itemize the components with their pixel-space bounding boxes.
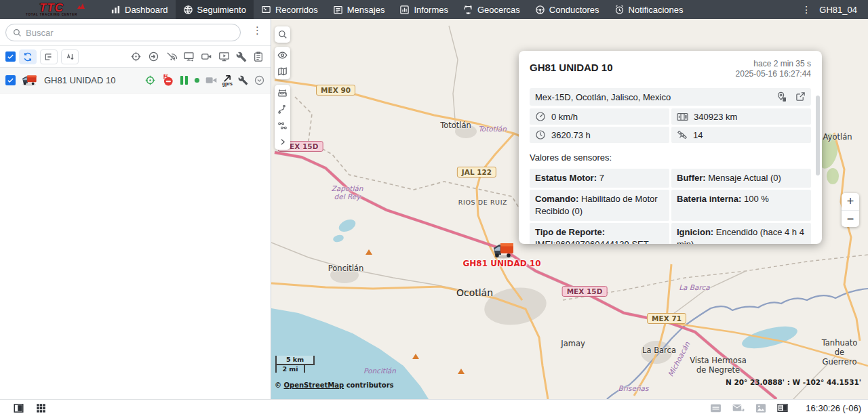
map-clusters-button[interactable] xyxy=(275,117,290,133)
gprs-command-icon[interactable]: gprs xyxy=(222,75,233,86)
unit-info-popup: GH81 UNIDAD 10 hace 2 min 35 s 2025-05-1… xyxy=(519,51,822,244)
route-flag-icon xyxy=(261,5,271,15)
app-logo-subtitle: TOTAL TRACKING CENTER xyxy=(26,13,77,17)
map-search-button[interactable] xyxy=(275,26,290,43)
popup-address-row: Mex-15D, Ocotlán, Jalisco, Mexico xyxy=(530,88,811,106)
toggle-panel-icon[interactable] xyxy=(14,403,24,413)
sort-button[interactable] xyxy=(61,49,79,64)
popup-address: Mex-15D, Ocotlán, Jalisco, Mexico xyxy=(535,92,671,102)
split-panel-icon[interactable] xyxy=(777,403,788,413)
report-icon xyxy=(399,5,410,15)
globe-icon xyxy=(183,5,193,15)
stat-speed: 0 km/h xyxy=(530,108,669,125)
group-view-button[interactable] xyxy=(40,49,58,64)
apps-grid-icon[interactable] xyxy=(36,403,46,413)
unit-marker-label: GH81 UNIDAD 10 xyxy=(462,259,540,268)
parking-status-icon: P xyxy=(161,74,174,87)
media-player-icon[interactable] xyxy=(218,51,230,62)
check-icon xyxy=(7,77,14,84)
unit-settings-icon[interactable] xyxy=(238,75,248,85)
search-input[interactable] xyxy=(26,28,233,38)
mail-send-icon[interactable] xyxy=(732,403,745,413)
sensor-ignicion: IgnicionEncendido (hace 4 h 4 min) xyxy=(671,223,811,244)
select-all-checkbox[interactable] xyxy=(5,51,16,62)
zoom-in-button[interactable]: + xyxy=(842,193,859,210)
tab-geocercas[interactable]: Geocercas xyxy=(456,0,528,19)
copy-location-icon[interactable] xyxy=(776,91,787,102)
map-expand-button[interactable] xyxy=(275,133,290,150)
locate-on-map-icon[interactable] xyxy=(144,75,156,86)
search-icon xyxy=(13,28,22,37)
map-visibility-group xyxy=(275,47,290,79)
wrench-icon[interactable] xyxy=(236,51,247,62)
user-menu[interactable]: GH81_04 xyxy=(815,0,868,19)
zoom-out-button[interactable]: − xyxy=(842,210,859,227)
unit-name: GH81 UNIDAD 10 xyxy=(44,75,115,85)
sort-az-icon xyxy=(65,52,75,62)
clipboard-icon[interactable] xyxy=(253,51,264,62)
map-visibility-button[interactable] xyxy=(275,47,290,63)
tab-dashboard[interactable]: Dashboard xyxy=(103,0,176,19)
no-connection-icon[interactable] xyxy=(165,51,177,62)
top-navigation-bar: TTC TOTAL TRACKING CENTER Dashboard Segu… xyxy=(0,0,868,19)
external-link-icon[interactable] xyxy=(795,91,806,102)
unit-actions-dropdown-icon[interactable] xyxy=(254,75,265,86)
track-units-icon[interactable] xyxy=(130,51,142,62)
sidebar-more-menu[interactable]: ⋮ xyxy=(252,24,262,37)
messages-icon xyxy=(333,5,343,15)
zoom-control: + − xyxy=(842,193,859,227)
popup-datetime: 2025-05-16 16:27:44 xyxy=(736,69,811,79)
odometer-icon xyxy=(677,112,688,122)
notes-icon[interactable] xyxy=(710,403,722,413)
clock-icon xyxy=(535,129,546,140)
map-attribution: © OpenStreetMap contributors xyxy=(275,381,394,389)
topbar-spacer xyxy=(691,0,798,19)
speedometer-icon xyxy=(535,111,546,122)
sensor-estatus-motor: Estatus Motor7 xyxy=(530,169,669,188)
unit-list-item[interactable]: GH81 UNIDAD 10 P gprs xyxy=(0,68,271,93)
unit-checkbox[interactable] xyxy=(5,75,16,85)
data-state-icon xyxy=(180,75,189,85)
popup-title: GH81 UNIDAD 10 xyxy=(530,59,613,73)
alarm-clock-icon xyxy=(614,5,625,15)
unit-video-icon[interactable] xyxy=(205,75,217,85)
check-icon xyxy=(7,53,14,60)
map-layers-button[interactable] xyxy=(275,63,290,79)
app-logo[interactable]: TTC TOTAL TRACKING CENTER xyxy=(0,0,103,19)
units-sidebar: ⋮ xyxy=(0,19,271,399)
popup-stats: 0 km/h 340923 km 3620.73 h 14 xyxy=(530,108,811,143)
scale-mi: 2 mi xyxy=(275,364,305,373)
cursor-coordinates: N 20° 23.0888' : W -102° 44.1531' xyxy=(726,378,861,386)
stat-odometer: 340923 km xyxy=(671,108,811,125)
search-box[interactable] xyxy=(5,24,241,41)
unit-marker[interactable] xyxy=(491,241,515,259)
popup-scrollbar[interactable] xyxy=(816,96,820,175)
map-ruler-button[interactable] xyxy=(275,85,290,101)
geofence-icon xyxy=(463,5,473,15)
tab-informes[interactable]: Informes xyxy=(392,0,456,19)
refresh-button[interactable] xyxy=(19,49,37,64)
driver-icon xyxy=(535,5,545,15)
signal-waves-icon xyxy=(77,2,85,9)
units-toolbar xyxy=(0,46,271,68)
follow-units-icon[interactable] xyxy=(148,51,159,62)
main-menu: Dashboard Seguimiento Recorridos Mensaje… xyxy=(103,0,691,19)
tab-seguimiento[interactable]: Seguimiento xyxy=(176,0,254,19)
map-track-button[interactable] xyxy=(275,101,290,117)
app-logo-text: TTC xyxy=(39,3,64,13)
tab-conductores[interactable]: Conductores xyxy=(528,0,607,19)
map-scale: 5 km 2 mi xyxy=(275,356,315,373)
tab-notificaciones[interactable]: Notificaciones xyxy=(607,0,691,19)
image-icon[interactable] xyxy=(755,403,766,413)
refresh-icon xyxy=(23,52,33,62)
stat-satellites: 14 xyxy=(671,127,811,143)
monitoring-screen-icon[interactable] xyxy=(183,51,195,62)
tab-recorridos[interactable]: Recorridos xyxy=(254,0,326,19)
topbar-more-menu[interactable]: ⋮ xyxy=(797,0,815,19)
truck-icon xyxy=(21,75,37,86)
video-camera-icon[interactable] xyxy=(201,51,212,62)
tab-mensajes[interactable]: Mensajes xyxy=(326,0,393,19)
sensor-values: Estatus Motor7 BufferMensaje Actual (0) … xyxy=(530,169,811,244)
osm-link[interactable]: OpenStreetMap xyxy=(283,381,344,389)
sensors-title: Valores de sensores: xyxy=(530,152,811,163)
